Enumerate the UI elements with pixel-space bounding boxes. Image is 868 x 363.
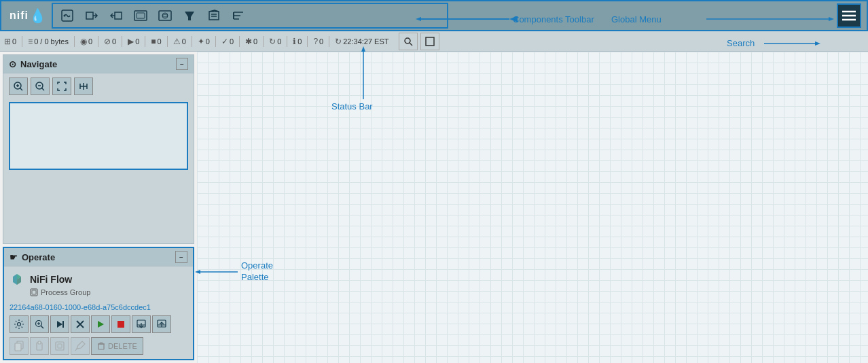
- svg-line-25: [41, 88, 44, 90]
- svg-line-18: [410, 43, 412, 46]
- divider: [192, 36, 192, 47]
- add-funnel-button[interactable]: [178, 5, 201, 27]
- svg-rect-51: [58, 344, 62, 348]
- delete-label: DELETE: [108, 342, 137, 350]
- search-area: [399, 33, 439, 50]
- divider: [287, 36, 287, 47]
- search-button[interactable]: [399, 33, 418, 50]
- unknown-icon: ?: [313, 37, 318, 46]
- operate-actions-row2: DELETE: [4, 336, 193, 359]
- svg-rect-41: [117, 321, 124, 328]
- info-icon: ℹ: [293, 37, 296, 46]
- divider: [22, 36, 22, 47]
- flow-name: NiFi Flow: [30, 274, 72, 285]
- clock-icon: ↻: [335, 37, 342, 46]
- play-count: ▶ 0: [128, 37, 139, 46]
- svg-rect-32: [32, 290, 36, 294]
- add-output-port-button[interactable]: [105, 5, 128, 27]
- components-toolbar: [52, 3, 448, 29]
- processor-icon: ⊞: [4, 37, 11, 46]
- process-group-icon: [10, 272, 24, 287]
- stopped-icon: ⊘: [104, 37, 111, 46]
- stop-count: ■ 0: [151, 37, 161, 46]
- copy-button[interactable]: [10, 337, 29, 355]
- svg-rect-49: [38, 341, 41, 344]
- svg-point-17: [405, 38, 410, 44]
- start-button[interactable]: [91, 315, 110, 333]
- divider: [167, 36, 168, 47]
- global-menu-button[interactable]: [837, 3, 861, 28]
- invalid-icon: ✦: [198, 37, 204, 46]
- enable-button[interactable]: [30, 315, 49, 333]
- divider: [74, 36, 75, 47]
- add-template-button[interactable]: [202, 5, 225, 27]
- svg-point-33: [18, 323, 21, 326]
- start-all-button[interactable]: [50, 315, 69, 333]
- divider: [307, 36, 308, 47]
- operate-icon: ☛: [10, 252, 18, 262]
- svg-rect-53: [98, 344, 104, 349]
- svg-rect-47: [15, 343, 21, 351]
- operate-flow-type: Process Group: [10, 288, 187, 296]
- zoom-in-button[interactable]: [9, 77, 28, 95]
- add-remote-process-group-button[interactable]: [153, 5, 177, 27]
- svg-point-7: [162, 13, 168, 18]
- divider: [239, 36, 240, 47]
- navigate-title: Navigate: [20, 59, 57, 69]
- info-count: ℹ 0: [293, 37, 302, 46]
- add-label-button[interactable]: [227, 5, 250, 27]
- add-processor-button[interactable]: [56, 5, 79, 27]
- bytes-count: ≡ 0 / 0 bytes: [28, 37, 69, 46]
- disable-button[interactable]: [71, 315, 90, 333]
- delete-button[interactable]: DELETE: [91, 337, 143, 355]
- header-toolbar: nifi 💧: [0, 0, 868, 31]
- refresh-icon: ↻: [269, 37, 276, 46]
- running-count: ◉ 0: [80, 37, 92, 46]
- divider: [122, 36, 122, 47]
- left-panel: ⊙ Navigate −: [0, 52, 197, 363]
- disabled-icon: ✱: [245, 37, 252, 46]
- svg-rect-3: [115, 12, 122, 19]
- navigate-controls: [3, 73, 194, 99]
- divider: [329, 36, 329, 47]
- operate-title: Operate: [22, 252, 55, 262]
- processor-count: ⊞ 0: [4, 37, 16, 46]
- main-area: ⊙ Navigate −: [0, 52, 868, 363]
- operate-panel: ☛ Operate − NiFi F: [3, 247, 194, 360]
- flow-id: 22164a68-0160-1000-e68d-a75c6dccdec1: [4, 302, 193, 313]
- download-template-button[interactable]: [132, 315, 151, 333]
- running-icon: ◉: [80, 37, 87, 46]
- actual-size-button[interactable]: [74, 77, 93, 95]
- svg-point-1: [64, 15, 66, 17]
- canvas-area[interactable]: [197, 52, 868, 363]
- logo-drop-icon: 💧: [29, 7, 46, 24]
- time-display: ↻ 22:34:27 EST: [335, 37, 388, 46]
- group-button[interactable]: [50, 337, 69, 355]
- valid-count: ✓ 0: [221, 37, 234, 46]
- stopped-count: ⊘ 0: [104, 37, 116, 46]
- configure-button[interactable]: [10, 315, 29, 333]
- svg-rect-2: [86, 12, 93, 19]
- stop-button[interactable]: [111, 315, 130, 333]
- play-icon: ▶: [128, 37, 134, 46]
- navigate-minimize-button[interactable]: −: [176, 58, 188, 70]
- add-process-group-button[interactable]: [129, 5, 152, 27]
- upload-template-button[interactable]: [152, 315, 171, 333]
- navigate-icon: ⊙: [9, 59, 16, 69]
- svg-rect-6: [159, 11, 171, 20]
- add-input-port-button[interactable]: [80, 5, 103, 27]
- edit-button[interactable]: [71, 337, 90, 355]
- divider: [98, 36, 98, 47]
- svg-rect-31: [31, 289, 37, 296]
- svg-line-35: [41, 326, 44, 329]
- fit-screen-button[interactable]: [52, 77, 71, 95]
- unknown-count: ? 0: [313, 37, 323, 46]
- divider: [263, 36, 264, 47]
- valid-icon: ✓: [221, 37, 228, 46]
- operate-minimize-button[interactable]: −: [175, 251, 187, 263]
- zoom-out-button[interactable]: [31, 77, 50, 95]
- svg-line-52: [75, 349, 77, 351]
- view-toggle-button[interactable]: [420, 33, 439, 50]
- paste-button[interactable]: [30, 337, 49, 355]
- divider: [145, 36, 145, 47]
